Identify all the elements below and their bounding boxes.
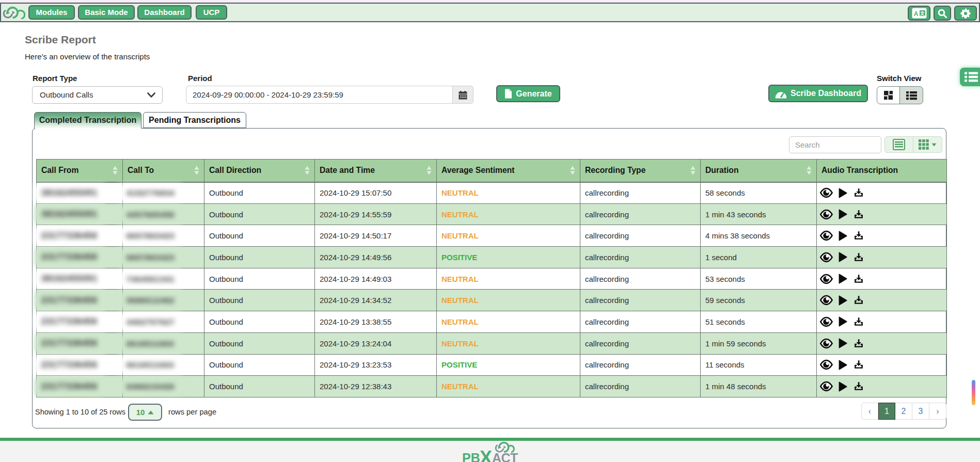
svg-text:PB: PB — [462, 451, 480, 462]
svg-text:文: 文 — [920, 11, 925, 16]
svg-text:A: A — [913, 10, 918, 18]
svg-text:X: X — [480, 447, 492, 462]
svg-text:ACT: ACT — [492, 451, 518, 462]
